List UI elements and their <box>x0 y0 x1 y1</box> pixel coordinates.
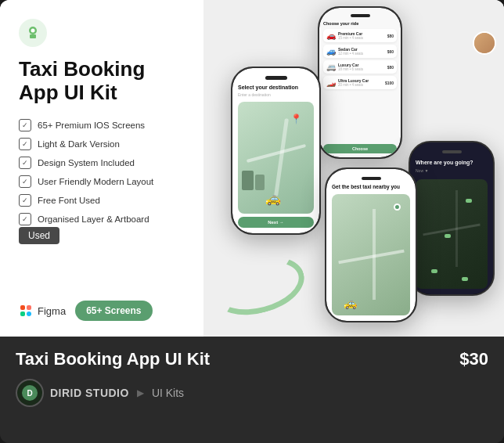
feature-item-1: ✓ 65+ Premium IOS Screens <box>19 119 188 131</box>
check-icon-6: ✓ <box>19 213 31 225</box>
breadcrumb-arrow: ▶ <box>137 387 144 398</box>
svg-point-7 <box>27 312 31 316</box>
svg-rect-5 <box>27 305 31 310</box>
check-icon-4: ✓ <box>19 175 31 188</box>
brand-logo <box>19 19 47 47</box>
phone1-title: Select your destination <box>238 85 314 90</box>
svg-point-2 <box>31 29 35 33</box>
author-logo: D <box>22 385 38 401</box>
phones-container: Select your destination Enter a destinat… <box>203 0 504 337</box>
banner-footer: Figma 65+ Screens <box>19 301 153 321</box>
feature-item-4: ✓ User Friendly Modern Layout <box>19 175 188 188</box>
banner-title: Taxi Booking App UI Kit <box>19 58 188 105</box>
feature-item-3: ✓ Design System Included <box>19 157 188 169</box>
logo-area <box>19 19 188 47</box>
product-card: Taxi Booking App UI Kit ✓ 65+ Premium IO… <box>0 0 504 443</box>
svg-rect-3 <box>30 34 36 38</box>
figma-badge: Figma <box>19 304 66 318</box>
figma-icon <box>19 304 33 318</box>
author-name[interactable]: DIRID STUDIO <box>50 387 129 399</box>
card-title-row: Taxi Booking App UI Kit $30 <box>16 349 488 369</box>
check-icon-3: ✓ <box>19 157 31 169</box>
svg-rect-4 <box>20 305 25 310</box>
category-name[interactable]: UI Kits <box>152 387 184 399</box>
check-icon-2: ✓ <box>19 138 31 150</box>
phone3-title: Where are you going? <box>416 160 488 165</box>
check-icon-1: ✓ <box>19 119 31 131</box>
product-image[interactable]: Taxi Booking App UI Kit ✓ 65+ Premium IO… <box>0 0 504 337</box>
screens-badge: 65+ Screens <box>75 301 152 321</box>
used-badge: Used <box>19 227 59 244</box>
author-avatar: D <box>16 379 44 407</box>
card-price: $30 <box>459 349 488 369</box>
check-icon-5: ✓ <box>19 194 31 207</box>
feature-item-6: ✓ Organised Layer & Artboard <box>19 213 188 225</box>
feature-item-2: ✓ Light & Dark Version <box>19 138 188 150</box>
phone4-title: Get the best taxi nearby you <box>332 184 410 189</box>
feature-item-5: ✓ Free Font Used <box>19 194 188 207</box>
svg-rect-6 <box>20 312 25 316</box>
card-meta: D DIRID STUDIO ▶ UI Kits <box>16 379 488 407</box>
card-info: Taxi Booking App UI Kit $30 D DIRID STUD… <box>0 337 504 443</box>
figma-label: Figma <box>38 305 66 317</box>
card-title: Taxi Booking App UI Kit <box>16 349 210 369</box>
banner-left-panel: Taxi Booking App UI Kit ✓ 65+ Premium IO… <box>0 0 203 337</box>
